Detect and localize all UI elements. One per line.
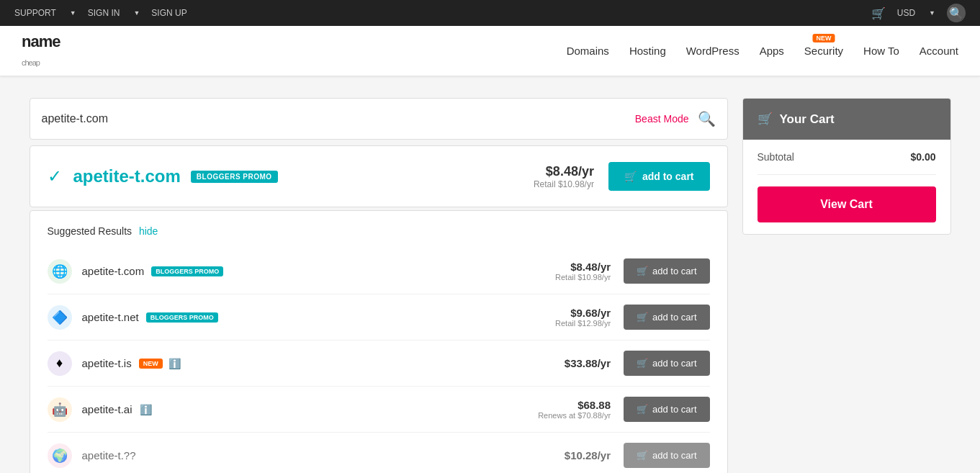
domain-price-com: $8.48/yr — [555, 261, 611, 273]
table-row: 🔷 apetite-t.net BLOGGERS PROMO $9.68/yr … — [48, 294, 710, 341]
currency-selector[interactable]: USD — [897, 8, 915, 18]
table-row: 🤖 apetite-t.ai ℹ️ $68.88 Renews at $70.8… — [48, 387, 710, 433]
cart-subtotal-value: $0.00 — [910, 151, 935, 163]
price-section-com: $8.48/yr Retail $10.98/yr — [555, 261, 611, 281]
info-icon-ai[interactable]: ℹ️ — [140, 404, 152, 415]
nav-security[interactable]: NEW Security — [804, 41, 843, 60]
top-bar-left: SUPPORT ▼ SIGN IN ▼ SIGN UP — [14, 8, 187, 18]
cart-body: Subtotal $0.00 View Cart — [743, 140, 950, 234]
price-section-net: $9.68/yr Retail $12.98/yr — [555, 307, 611, 328]
add-to-cart-is[interactable]: 🛒 add to cart — [624, 351, 709, 376]
domain-name-other: apetite-t.?? — [82, 449, 136, 461]
signin-link[interactable]: SIGN IN — [88, 8, 120, 18]
cart-header-icon: 🛒 — [758, 112, 773, 127]
table-row: ♦ apetite-t.is NEW ℹ️ $33.88/yr 🛒 add to… — [48, 341, 710, 387]
domain-price-is: $33.88/yr — [565, 357, 611, 369]
hide-link[interactable]: hide — [139, 225, 158, 237]
domain-price-other: $10.28/yr — [565, 449, 611, 461]
tld-icon-ai: 🤖 — [48, 397, 72, 422]
domain-name-ai: apetite-t.ai — [82, 403, 132, 415]
tld-icon-is: ♦ — [48, 351, 72, 376]
cart-icon-main: 🛒 — [624, 171, 637, 182]
beast-mode-link[interactable]: Beast Mode — [635, 113, 689, 125]
price-section-ai: $68.88 Renews at $70.88/yr — [538, 399, 611, 420]
nav-wordpress[interactable]: WordPress — [686, 41, 740, 60]
tld-icon-other: 🌍 — [48, 443, 72, 468]
top-bar: SUPPORT ▼ SIGN IN ▼ SIGN UP 🛒 USD ▼ 🔍 — [0, 0, 980, 26]
dropdown-arrow-signin: ▼ — [133, 9, 140, 17]
domain-name-com: apetite-t.com — [82, 265, 145, 277]
promo-badge-com: BLOGGERS PROMO — [151, 266, 223, 276]
nav-links: Domains Hosting WordPress Apps NEW Secur… — [567, 41, 958, 60]
main-domain-name: apetite-t.com — [73, 166, 181, 186]
nav-account[interactable]: Account — [920, 41, 958, 60]
domain-retail-ai: Renews at $70.88/yr — [538, 411, 611, 420]
domain-name-is: apetite-t.is — [82, 357, 132, 369]
security-new-badge: NEW — [812, 34, 835, 42]
cart-icon-net: 🛒 — [637, 312, 648, 323]
price-section-other: $10.28/yr — [565, 449, 611, 461]
search-button[interactable]: 🔍 — [698, 110, 716, 127]
tld-icon-net: 🔷 — [48, 305, 72, 330]
cart-icon-ai: 🛒 — [637, 404, 648, 415]
cart-icon-is: 🛒 — [637, 358, 648, 369]
check-icon: ✓ — [48, 166, 62, 186]
cart-icon-other: 🛒 — [637, 450, 648, 461]
cart-icon-com: 🛒 — [637, 266, 648, 276]
top-search-icon[interactable]: 🔍 — [947, 4, 966, 22]
promo-badge-net: BLOGGERS PROMO — [146, 312, 218, 323]
main-content: Beast Mode 🔍 ✓ apetite-t.com BLOGGERS PR… — [8, 76, 973, 473]
cart-sidebar: 🛒 Your Cart Subtotal $0.00 View Cart — [742, 98, 951, 473]
cart-box: 🛒 Your Cart Subtotal $0.00 View Cart — [742, 98, 951, 235]
domain-retail-com: Retail $10.98/yr — [555, 273, 611, 281]
nav-domains[interactable]: Domains — [567, 41, 609, 60]
suggested-section: Suggested Results hide 🌐 apetite-t.com B… — [30, 210, 728, 473]
main-domain-retail: Retail $10.98/yr — [534, 179, 594, 189]
cart-subtotal: Subtotal $0.00 — [758, 151, 936, 175]
logo-text: namecheap — [22, 32, 60, 70]
add-to-cart-ai[interactable]: 🛒 add to cart — [624, 397, 709, 422]
dropdown-arrow-currency: ▼ — [929, 9, 935, 17]
signup-link[interactable]: SIGN UP — [151, 8, 186, 18]
main-domain-price: $8.48/yr — [534, 164, 594, 179]
cart-header: 🛒 Your Cart — [743, 99, 950, 140]
main-add-to-cart-button[interactable]: 🛒 add to cart — [608, 162, 710, 191]
table-row: 🌍 apetite-t.?? $10.28/yr 🛒 add to cart — [48, 433, 710, 473]
info-icon-is[interactable]: ℹ️ — [168, 358, 181, 369]
nav-apps[interactable]: Apps — [760, 41, 784, 60]
view-cart-button[interactable]: View Cart — [758, 186, 936, 222]
domain-price-net: $9.68/yr — [555, 307, 611, 319]
search-section: Beast Mode 🔍 ✓ apetite-t.com BLOGGERS PR… — [30, 98, 728, 473]
main-domain-result: ✓ apetite-t.com BLOGGERS PROMO $8.48/yr … — [30, 145, 728, 207]
cart-subtotal-label: Subtotal — [758, 151, 794, 163]
cart-icon-top[interactable]: 🛒 — [871, 6, 886, 20]
new-badge-is: NEW — [139, 359, 163, 369]
dropdown-arrow-support: ▼ — [70, 9, 76, 17]
top-bar-right: 🛒 USD ▼ 🔍 — [871, 4, 966, 22]
search-input[interactable] — [42, 112, 635, 125]
support-link[interactable]: SUPPORT — [14, 8, 56, 18]
add-to-cart-com[interactable]: 🛒 add to cart — [624, 258, 709, 284]
main-domain-price-section: $8.48/yr Retail $10.98/yr — [534, 164, 594, 189]
domain-retail-net: Retail $12.98/yr — [555, 319, 611, 328]
cart-header-title: Your Cart — [780, 112, 835, 127]
table-row: 🌐 apetite-t.com BLOGGERS PROMO $8.48/yr … — [48, 248, 710, 294]
domain-price-ai: $68.88 — [538, 399, 611, 411]
suggested-header: Suggested Results hide — [48, 225, 710, 237]
main-promo-badge: BLOGGERS PROMO — [191, 171, 278, 183]
nav-bar: namecheap Domains Hosting WordPress Apps… — [0, 26, 980, 76]
tld-icon-com: 🌐 — [48, 259, 72, 284]
nav-howto[interactable]: How To — [863, 41, 899, 60]
domain-name-net: apetite-t.net — [82, 311, 139, 323]
add-to-cart-net[interactable]: 🛒 add to cart — [624, 305, 709, 330]
price-section-is: $33.88/yr — [565, 357, 611, 369]
search-bar: Beast Mode 🔍 — [30, 98, 728, 140]
nav-hosting[interactable]: Hosting — [629, 41, 666, 60]
add-to-cart-other[interactable]: 🛒 add to cart — [624, 443, 709, 468]
nav-logo: namecheap — [22, 32, 60, 70]
